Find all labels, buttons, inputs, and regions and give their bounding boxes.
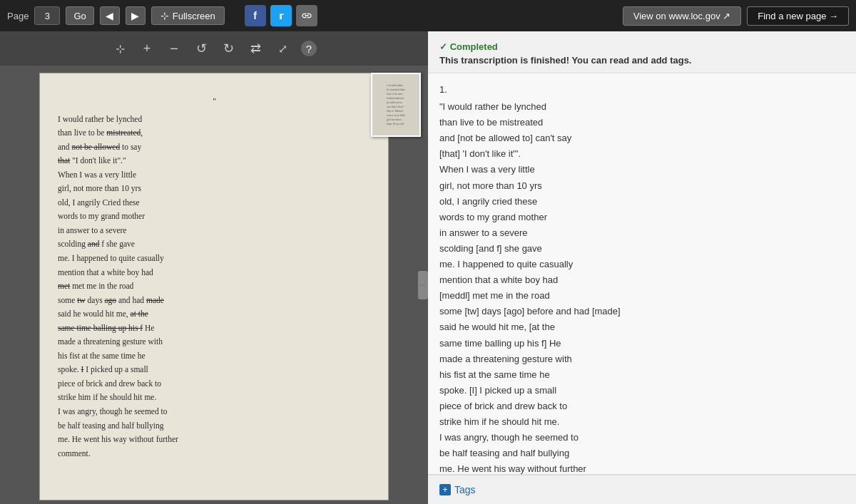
- find-new-page-button[interactable]: Find a new page →: [747, 6, 849, 26]
- rotate-right-icon[interactable]: ↻: [220, 40, 237, 57]
- transcription-line: old, I angrily cried these: [439, 194, 845, 210]
- fullscreen-icon: ⊹: [160, 10, 169, 21]
- transcription-line: same time balling up his f] He: [439, 336, 845, 351]
- transcription-line: his fist at the same time he: [439, 367, 845, 383]
- transcription-status: ✓ Completed This transcription is finish…: [428, 31, 856, 73]
- move-tool-icon[interactable]: ⊹: [111, 40, 128, 57]
- document-thumbnail[interactable]: I would ratherbe lynched thanlive to be …: [371, 73, 421, 137]
- image-toolbar: ⊹ + − ↺ ↻ ⇄ ⤢ ?: [0, 31, 428, 66]
- zoom-out-icon[interactable]: −: [165, 40, 183, 57]
- top-toolbar: Page Go ◀ ▶ ⊹ Fullscreen f 𝕣 View on www…: [0, 0, 856, 31]
- transcription-line: scolding [and f] she gave: [439, 241, 845, 257]
- transcription-line: said he would hit me, [at the: [439, 319, 845, 335]
- social-icons: f 𝕣: [245, 5, 317, 26]
- transcription-line: I was angry, though he seemed to: [439, 430, 845, 446]
- next-page-button[interactable]: ▶: [126, 6, 146, 25]
- transcription-line: in answer to a severe: [439, 225, 845, 241]
- page-input[interactable]: [34, 6, 60, 25]
- transcription-line: piece of brick and drew back to: [439, 398, 845, 414]
- twitter-button[interactable]: 𝕣: [270, 5, 292, 26]
- document-image-area: " I would rather be lynched than live to…: [0, 66, 428, 504]
- link-icon: [301, 10, 312, 21]
- transcription-line: girl, not more than 10 yrs: [439, 178, 845, 194]
- facebook-button[interactable]: f: [245, 5, 266, 26]
- checkmark-icon: ✓: [439, 41, 447, 52]
- transcription-line: made a threatening gesture with: [439, 351, 845, 367]
- help-icon[interactable]: ?: [301, 41, 317, 56]
- tags-plus-icon: +: [439, 484, 451, 495]
- tags-section: + Tags: [428, 475, 856, 504]
- transcription-line: "I would rather be lynched: [439, 99, 845, 115]
- transcription-line: words to my grand mother: [439, 210, 845, 225]
- status-description: This transcription is finished! You can …: [439, 55, 845, 66]
- right-panel: ✓ Completed This transcription is finish…: [428, 31, 856, 504]
- fullscreen-view-icon[interactable]: ⤢: [274, 40, 291, 57]
- page-label: Page: [7, 11, 29, 21]
- transcription-number: 1.: [439, 82, 845, 98]
- flip-icon[interactable]: ⇄: [247, 40, 264, 57]
- fullscreen-button[interactable]: ⊹ Fullscreen: [151, 6, 225, 25]
- facebook-label: f: [253, 10, 257, 21]
- transcription-text-area: 1. "I would rather be lynchedthan live t…: [428, 73, 856, 475]
- thumbnail-preview: I would ratherbe lynched thanlive to be …: [384, 81, 407, 129]
- transcription-line: than live to be mistreated: [439, 115, 845, 130]
- transcription-line: mention that a white boy had: [439, 272, 845, 288]
- go-button[interactable]: Go: [66, 6, 93, 25]
- zoom-in-icon[interactable]: +: [138, 40, 156, 57]
- transcription-line: some [tw] days [ago] before and had [mad…: [439, 304, 845, 319]
- fullscreen-label: Fullscreen: [173, 11, 215, 21]
- tags-header[interactable]: + Tags: [439, 484, 845, 495]
- transcription-line: spoke. [I] I picked up a small: [439, 383, 845, 398]
- scroll-handle-icon: ⋮: [419, 282, 427, 289]
- transcription-lines: "I would rather be lynchedthan live to b…: [439, 99, 845, 475]
- link-button[interactable]: [296, 5, 317, 26]
- transcription-line: and [not be allowed to] can't say: [439, 130, 845, 146]
- main-content: ⊹ + − ↺ ↻ ⇄ ⤢ ? " I would rather be lync…: [0, 31, 856, 504]
- image-panel: ⊹ + − ↺ ↻ ⇄ ⤢ ? " I would rather be lync…: [0, 31, 428, 504]
- transcription-line: [meddl] met me in the road: [439, 288, 845, 304]
- prev-page-button[interactable]: ◀: [100, 6, 120, 25]
- transcription-line: strike him if he should hit me.: [439, 414, 845, 430]
- completed-label: Completed: [450, 41, 498, 52]
- rotate-left-icon[interactable]: ↺: [193, 40, 210, 57]
- transcription-line: me. I happened to quite casually: [439, 257, 845, 272]
- transcription-line: be half teasing and half bullying: [439, 446, 845, 461]
- scroll-handle[interactable]: ⋮: [418, 271, 428, 299]
- completed-status: ✓ Completed: [439, 41, 845, 52]
- transcription-line: [that] 'I don't like it'".: [439, 146, 845, 162]
- tags-label: Tags: [454, 484, 476, 495]
- transcription-line: me. He went his way without further: [439, 461, 845, 475]
- document-image: " I would rather be lynched than live to…: [39, 73, 389, 500]
- transcription-line: When I was a very little: [439, 162, 845, 178]
- view-loc-button[interactable]: View on www.loc.gov ↗: [623, 6, 742, 26]
- handwritten-document-text: " I would rather be lynched than live to…: [40, 73, 388, 500]
